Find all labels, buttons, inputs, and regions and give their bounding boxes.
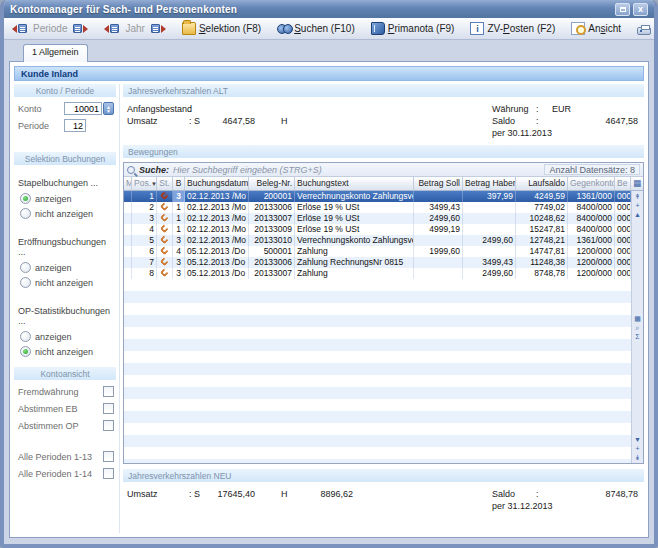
alle-perioden-13-row[interactable]: Alle Perioden 1-13: [14, 448, 116, 465]
stapel-nicht-anzeigen-option[interactable]: nicht anzeigen: [14, 206, 116, 221]
col-st[interactable]: St.: [157, 177, 173, 190]
scroll-bottom-icon[interactable]: ↡: [635, 453, 641, 462]
periode-input[interactable]: [64, 119, 86, 132]
col-betrag-soll[interactable]: Betrag Soll: [414, 177, 463, 190]
search-label: Suche:: [139, 165, 169, 175]
suchen-button[interactable]: Suchen (F10): [273, 20, 359, 37]
scroll-top-icon[interactable]: ↟: [635, 192, 641, 201]
checkbox-icon[interactable]: [103, 403, 114, 414]
columns-icon[interactable]: ▦: [634, 314, 641, 323]
table-row[interactable]: 5 3 02.12.2013 /Mo 20133010 Verrechnungs…: [124, 235, 631, 246]
umsatz-neu-soll-value: 17645,40: [203, 489, 255, 499]
abstimmen-op-row[interactable]: Abstimmen OP: [14, 417, 116, 434]
append-row-icon[interactable]: +: [635, 444, 639, 453]
primanota-button[interactable]: Primanota (F9): [367, 20, 459, 37]
radio-selected-icon[interactable]: [20, 346, 31, 357]
search-input[interactable]: Hier Suchbegriff eingeben (STRG+S): [173, 165, 540, 175]
anfangsbestand-label: Anfangsbestand: [127, 104, 189, 114]
radio-selected-icon[interactable]: [20, 193, 31, 204]
col-beleg-nr[interactable]: Beleg-Nr.: [249, 177, 295, 190]
saldo-alt-value: 4647,58: [552, 116, 642, 126]
insert-row-icon[interactable]: +: [635, 201, 639, 210]
eroeffnung-nicht-anzeigen-option[interactable]: nicht anzeigen: [14, 275, 116, 290]
periode-next-button[interactable]: [71, 23, 90, 34]
col-buchungsdatum[interactable]: Buchungsdatum: [185, 177, 249, 190]
bewegungen-header: Bewegungen: [123, 145, 644, 158]
alle-perioden-14-row[interactable]: Alle Perioden 1-14: [14, 465, 116, 482]
abstimmen-eb-row[interactable]: Abstimmen EB: [14, 400, 116, 417]
arrow-left-icon: [12, 25, 17, 33]
konto-spinner[interactable]: ▲▼: [103, 102, 114, 115]
radio-icon[interactable]: [20, 208, 31, 219]
jvz-neu-header: Jahresverkehrszahlen NEU: [123, 469, 644, 482]
grid-header-row: M Pos.▼ St. B Buchungsdatum Beleg-Nr. Bu…: [124, 177, 643, 191]
page-icon: [73, 24, 82, 33]
table-row[interactable]: 1 3 02.12.2013 /Mo 200001 Verrechnungsko…: [124, 191, 631, 202]
periode-nav-group: Periode: [8, 23, 92, 34]
col-buchungstext[interactable]: Buchungstext: [295, 177, 414, 190]
jvz-alt-body: Anfangsbestand : Währung : EUR Umsatz :: [123, 100, 644, 141]
zv-posten-button[interactable]: ZV-Posten (F2): [466, 20, 559, 37]
table-row[interactable]: 7 3 05.12.2013 /Do 20133006 Zahlung Rech…: [124, 257, 631, 268]
eroeffnung-anzeigen-option[interactable]: anzeigen: [14, 260, 116, 275]
saldo-neu-value: 8748,78: [552, 489, 642, 499]
table-row[interactable]: 2 1 02.12.2013 /Mo 20133006 Erlöse 19 % …: [124, 202, 631, 213]
restore-icon: [620, 7, 626, 12]
tab-allgemein[interactable]: 1 Allgemein: [23, 44, 88, 62]
batch-status-icon: [160, 213, 170, 222]
record-count: Anzahl Datensätze: 8: [544, 164, 640, 175]
left-panel: Konto / Periode Konto ▲▼ Periode Selekti…: [14, 84, 120, 533]
konto-input[interactable]: [64, 102, 102, 115]
radio-icon[interactable]: [20, 262, 31, 273]
col-b[interactable]: B: [173, 177, 185, 190]
konto-field-row: Konto ▲▼: [14, 100, 116, 117]
selektion-button[interactable]: Selektion (F8): [178, 20, 265, 37]
batch-status-icon: [160, 202, 170, 211]
jahr-prev-button[interactable]: [102, 23, 121, 34]
col-pos[interactable]: Pos.▼: [132, 177, 157, 190]
checkbox-icon[interactable]: [103, 468, 114, 479]
batch-status-icon: [160, 224, 170, 233]
ansicht-button[interactable]: Ansicht: [567, 20, 625, 37]
table-row[interactable]: 6 4 05.12.2013 /Do 500001 Zahlung 1999,6…: [124, 246, 631, 257]
jahr-nav-label: Jahr: [123, 23, 146, 34]
main-toolbar: Periode Jahr Selektion (F8) Suchen (F10)…: [4, 18, 654, 40]
selection-folder-icon: [182, 22, 196, 35]
batch-status-icon: [160, 235, 170, 244]
batch-status-icon: [160, 246, 170, 255]
restore-button[interactable]: [615, 3, 630, 16]
sum-icon[interactable]: Σ: [635, 332, 639, 341]
scroll-down-icon[interactable]: ▼: [634, 435, 641, 444]
radio-icon[interactable]: [20, 331, 31, 342]
col-gegenkonto[interactable]: Gegenkonto: [568, 177, 615, 190]
saldo-neu-label: Saldo: [492, 489, 536, 499]
jahr-next-button[interactable]: [149, 23, 168, 34]
grid-search-icon[interactable]: ⌕: [636, 323, 640, 332]
scroll-up-icon[interactable]: ▲: [634, 210, 641, 219]
table-row[interactable]: 8 3 05.12.2013 /Do 20133007 Zahlung 2499…: [124, 268, 631, 279]
table-row[interactable]: 4 1 02.12.2013 /Mo 20133009 Erlöse 19 % …: [124, 224, 631, 235]
radio-icon[interactable]: [20, 277, 31, 288]
drucken-button[interactable]: Drucken: [633, 21, 658, 36]
close-button[interactable]: x: [633, 3, 648, 16]
checkbox-icon[interactable]: [103, 451, 114, 462]
col-be[interactable]: Be: [615, 177, 631, 190]
right-panel: Jahresverkehrszahlen ALT Anfangsbestand …: [120, 84, 644, 533]
checkbox-icon[interactable]: [103, 386, 114, 397]
op-anzeigen-option[interactable]: anzeigen: [14, 329, 116, 344]
kontoansicht-header: Kontoansicht: [14, 367, 116, 380]
grid-nav-strip: ↟ + ▲ ▦ ⌕ Σ ▼ + ↡: [631, 191, 643, 463]
window-title: Kontomanager für Sach- und Personenkonte…: [10, 4, 612, 15]
stapel-anzeigen-option[interactable]: anzeigen: [14, 191, 116, 206]
op-nicht-anzeigen-option[interactable]: nicht anzeigen: [14, 344, 116, 359]
col-betrag-haben[interactable]: Betrag Haben: [463, 177, 516, 190]
title-bar: Kontomanager für Sach- und Personenkonte…: [4, 0, 654, 18]
periode-prev-button[interactable]: [10, 23, 29, 34]
column-chooser-icon[interactable]: ▦: [631, 177, 643, 190]
body-area: 1 Allgemein Kunde Inland Konto / Periode…: [4, 40, 654, 544]
col-m[interactable]: M: [124, 177, 132, 190]
checkbox-icon[interactable]: [103, 420, 114, 431]
table-row[interactable]: 3 1 02.12.2013 /Mo 20133007 Erlöse 19 % …: [124, 213, 631, 224]
col-laufsaldo[interactable]: Laufsaldo: [516, 177, 568, 190]
fremdwaehrung-row[interactable]: Fremdwährung: [14, 383, 116, 400]
